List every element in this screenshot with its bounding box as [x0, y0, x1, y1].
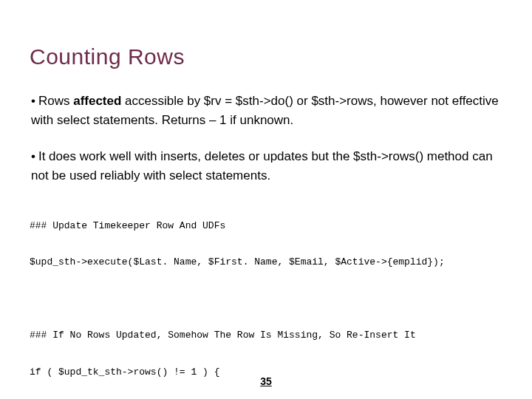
- code-line: $upd_sth->execute($Last. Name, $First. N…: [30, 253, 502, 272]
- slide-title: Counting Rows: [30, 44, 502, 69]
- slide-body: •Rows affected accessible by $rv = $sth-…: [30, 92, 502, 399]
- code-line: [30, 290, 502, 309]
- bullet-1-bold: affected: [73, 94, 121, 108]
- bullet-dot-icon: •: [31, 92, 35, 111]
- page-number: 35: [0, 375, 532, 387]
- bullet-dot-icon: •: [31, 147, 35, 166]
- bullet-1-pre: Rows: [38, 94, 73, 108]
- code-block: ### Update Timekeeper Row And UDFs $upd_…: [30, 199, 502, 399]
- slide: Counting Rows •Rows affected accessible …: [0, 0, 532, 399]
- code-line: ### If No Rows Updated, Somehow The Row …: [30, 327, 502, 345]
- bullet-2-text: It does work well with inserts, deletes …: [31, 149, 493, 183]
- bullet-1: •Rows affected accessible by $rv = $sth-…: [31, 92, 502, 131]
- code-line: ### Update Timekeeper Row And UDFs: [30, 217, 502, 236]
- bullet-2: •It does work well with inserts, deletes…: [31, 147, 502, 186]
